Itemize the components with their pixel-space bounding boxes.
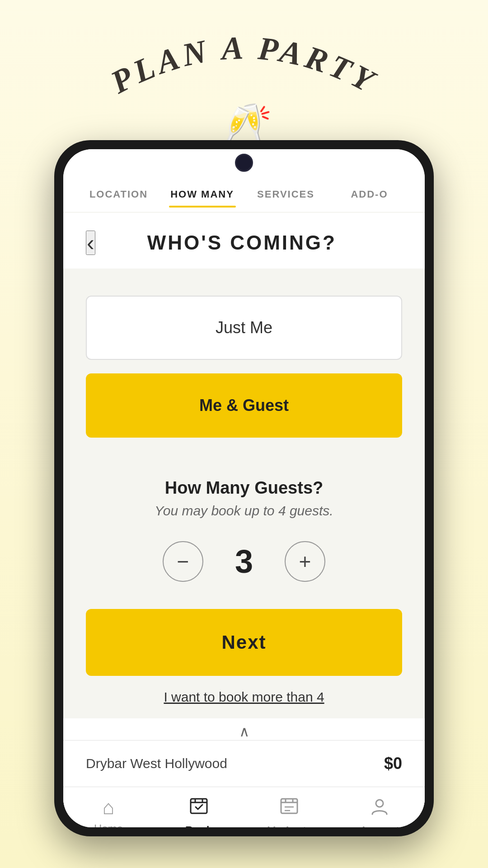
phone-screen: LOCATION HOW MANY SERVICES ADD-O ‹ WHO'S… (63, 149, 425, 827)
tab-location[interactable]: LOCATION (77, 181, 160, 208)
nav-account-label: Account (360, 824, 399, 827)
guests-sublabel: You may book up to 4 guests. (86, 503, 402, 519)
book-icon (189, 796, 209, 821)
options-area: Just Me Me & Guest (63, 269, 425, 465)
tab-add-ons[interactable]: ADD-O (328, 181, 411, 208)
nav-account[interactable]: Account (334, 796, 425, 827)
minus-icon: − (177, 551, 189, 572)
nav-home-label: Home (94, 822, 123, 827)
summary-bar: Drybar West Hollywood $0 (63, 740, 425, 787)
location-name: Drybar West Hollywood (86, 756, 227, 771)
nav-my-appts[interactable]: My Appts (244, 796, 334, 827)
me-and-guest-button[interactable]: Me & Guest (86, 373, 402, 438)
bottom-nav: ⌂ Home Book (63, 787, 425, 827)
more-than-link[interactable]: I want to book more than 4 (63, 689, 425, 705)
svg-point-11 (376, 800, 383, 807)
phone-device: LOCATION HOW MANY SERVICES ADD-O ‹ WHO'S… (54, 140, 434, 836)
page-header: PLAN A PARTY 🥂 (0, 0, 488, 149)
screen-content: ‹ WHO'S COMING? Just Me Me & Guest How M… (63, 212, 425, 827)
decrement-button[interactable]: − (163, 541, 203, 582)
plan-a-party-title-svg: PLAN A PARTY (99, 36, 389, 99)
tab-how-many[interactable]: HOW MANY (160, 181, 244, 208)
svg-text:PLAN A PARTY: PLAN A PARTY (105, 36, 383, 99)
nav-home[interactable]: ⌂ Home (63, 796, 154, 827)
guest-count: 3 (226, 543, 262, 580)
chevron-up-icon[interactable]: ∧ (63, 718, 425, 740)
price-display: $0 (384, 754, 402, 773)
nav-book[interactable]: Book (154, 796, 244, 827)
screen-title: WHO'S COMING? (104, 231, 380, 254)
appts-icon (279, 796, 299, 821)
counter-row: − 3 + (86, 541, 402, 582)
next-button[interactable]: Next (86, 609, 402, 676)
phone-notch (63, 149, 425, 176)
guests-label: How Many Guests? (86, 478, 402, 498)
increment-button[interactable]: + (285, 541, 325, 582)
guests-section: How Many Guests? You may book up to 4 gu… (63, 478, 425, 609)
phone-camera (235, 154, 253, 172)
tab-services[interactable]: SERVICES (244, 181, 328, 208)
home-icon: ⌂ (103, 796, 115, 819)
nav-book-label: Book (185, 824, 212, 827)
back-button[interactable]: ‹ (86, 231, 95, 255)
summary-wrapper: ∧ Drybar West Hollywood $0 (63, 718, 425, 787)
step-tabs: LOCATION HOW MANY SERVICES ADD-O (63, 176, 425, 212)
plus-icon: + (299, 551, 311, 572)
just-me-button[interactable]: Just Me (86, 296, 402, 360)
svg-rect-1 (191, 799, 207, 813)
screen-header: ‹ WHO'S COMING? (63, 212, 425, 269)
account-icon (370, 796, 389, 821)
nav-appts-label: My Appts (267, 824, 312, 827)
